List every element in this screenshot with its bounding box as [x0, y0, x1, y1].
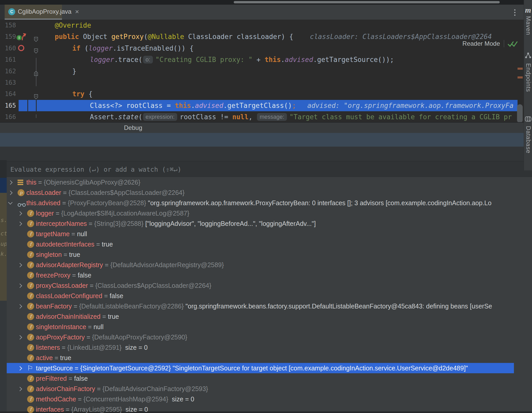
variable-text: targetName = null [36, 229, 87, 239]
equals-separator: = [88, 282, 96, 289]
variable-row[interactable]: this = {ObjenesisCglibAopProxy@2626} [0, 177, 532, 187]
field-icon: f [27, 210, 34, 217]
tab-debug[interactable]: Debug [124, 124, 142, 131]
variable-text: this.advised = {ProxyFactoryBean@2528} "… [26, 198, 491, 208]
close-icon[interactable]: × [75, 8, 79, 15]
variable-row[interactable]: fmethodCache = {ConcurrentHashMap@2594} … [0, 394, 532, 404]
variable-text: listeners = {LinkedList@2591} size = 0 [36, 342, 148, 353]
ide-window: C CglibAopProxy.java × 158@Override159pu… [0, 0, 532, 413]
variable-row[interactable]: fclassLoaderConfigured = false [0, 291, 532, 301]
variable-reference: {LogAdapter$Slf4jLocationAwareLog@2587} [61, 210, 189, 217]
variable-row[interactable]: fadvisorChainInitialized = true [0, 311, 532, 322]
code-line[interactable]: 163 [0, 77, 524, 88]
fold-marker-icon[interactable] [34, 34, 38, 39]
variable-text: active = true [36, 353, 71, 363]
code-line[interactable]: 161logger.trace(o:"Creating CGLIB proxy:… [0, 54, 524, 65]
variable-reference: {ProxyFactoryBean@2528} [68, 199, 146, 206]
variable-text: targetSource = {SingletonTargetSource@25… [36, 363, 468, 373]
variable-row[interactable]: factive = true [0, 353, 532, 363]
breakpoint-icon[interactable] [18, 45, 24, 51]
variable-row[interactable]: fbeanFactory = {DefaultListableBeanFacto… [0, 301, 532, 311]
editor-tab[interactable]: C CglibAopProxy.java × [5, 5, 62, 19]
variable-row[interactable]: faopProxyFactory = {DefaultAopProxyFacto… [0, 332, 532, 342]
variable-text: interceptorNames = {String[3]@2588} ["lo… [36, 218, 316, 229]
parameter-hint-chip: message: [257, 113, 287, 121]
variable-name: advisorChainFactory [36, 385, 95, 392]
chevron-right-icon[interactable] [18, 387, 22, 391]
variable-reference: {DefaultAdvisorAdapterRegistry@2589} [110, 261, 224, 268]
field-icon: f [27, 396, 34, 403]
evaluate-expression-input[interactable]: Evaluate expression (↵) or add a watch (… [7, 161, 532, 178]
code-line[interactable]: 164try { [0, 88, 524, 100]
variable-row[interactable]: fpreFiltered = false [0, 373, 532, 384]
chevron-right-icon[interactable] [18, 263, 22, 267]
field-icon: f [27, 313, 34, 320]
code-line[interactable]: 165Class<?> rootClass = this.advised.get… [0, 100, 524, 111]
variable-row[interactable]: flisteners = {LinkedList@2591} size = 0 [0, 342, 532, 353]
field-icon: f [27, 375, 34, 382]
variable-row[interactable]: ffreezeProxy = false [0, 270, 532, 280]
variable-reference: {ClassLoaders$AppClassLoader@2264} [68, 189, 184, 196]
inspections-ok-icon[interactable] [507, 40, 519, 48]
variable-row[interactable]: finterceptorNames = {String[3]@2588} ["l… [0, 218, 532, 229]
sidebar-item-maven[interactable]: Maven [525, 16, 532, 35]
code-token: . [281, 56, 285, 63]
code-text: if (logger.isTraceEnabled()) { [72, 43, 194, 54]
chevron-down-icon[interactable] [8, 200, 13, 205]
chevron-right-icon[interactable] [18, 304, 22, 309]
variable-name: targetSource [36, 364, 73, 372]
chevron-right-icon[interactable] [18, 284, 22, 288]
field-icon: f [27, 231, 34, 237]
variable-row[interactable]: fadvisorChainFactory = {DefaultAdvisorCh… [0, 384, 532, 394]
variables-tree[interactable]: this = {ObjenesisCglibAopProxy@2626}pcla… [0, 177, 532, 413]
kebab-menu-icon[interactable] [511, 7, 518, 18]
variable-reference: {DefaultListableBeanFactory@2286} [79, 303, 184, 310]
fold-marker-icon[interactable] [34, 91, 38, 97]
variable-row[interactable]: fadvisorAdapterRegistry = {DefaultAdviso… [0, 260, 532, 270]
variable-value: null [93, 323, 104, 330]
variable-row[interactable]: flogger = {LogAdapter$Slf4jLocationAware… [0, 208, 532, 218]
variable-value: false [74, 375, 88, 382]
variable-row[interactable]: this.advised = {ProxyFactoryBean@2528} "… [0, 198, 532, 208]
variable-row[interactable]: fsingletonInstance = null [0, 322, 532, 332]
variable-row[interactable]: ftargetName = null [0, 229, 532, 239]
chevron-right-icon[interactable] [8, 191, 13, 195]
code-line[interactable]: 158@Override [0, 20, 524, 31]
variable-name: preFiltered [36, 375, 67, 382]
variable-reference: {ConcurrentHashMap@2594} [83, 395, 168, 403]
tab-title: CglibAopProxy.java [18, 8, 72, 15]
variable-name: this.advised [26, 199, 60, 206]
equals-separator: = [95, 241, 102, 248]
code-line[interactable]: 162} [0, 66, 524, 77]
variable-row[interactable]: fproxyClassLoader = {ClassLoaders$AppCla… [0, 280, 532, 291]
variable-row[interactable]: fsingleton = true [0, 249, 532, 260]
variable-value: true [108, 313, 119, 320]
chevron-right-icon[interactable] [18, 366, 22, 371]
horizontal-scrollbar-thumb[interactable] [234, 1, 500, 3]
sidebar-item-database[interactable]: Database [525, 126, 532, 153]
code-line[interactable]: 159public Object getProxy(@Nullable Clas… [0, 31, 524, 42]
variable-name: classLoaderConfigured [36, 292, 102, 299]
chevron-right-icon[interactable] [8, 180, 13, 185]
field-icon: f [27, 334, 34, 341]
equals-separator: = [67, 375, 74, 382]
line-number: 158 [0, 20, 16, 31]
fold-marker-icon[interactable] [34, 46, 38, 51]
background-window-strip [0, 301, 7, 413]
fold-marker-icon[interactable] [34, 68, 38, 74]
code-token: .getTargetClass() [223, 102, 292, 109]
code-token: this [175, 102, 191, 109]
variable-row[interactable]: pclassLoader = {ClassLoaders$AppClassLoa… [0, 187, 532, 198]
code-text: Class<?> rootClass = this.advised.getTar… [90, 100, 296, 111]
variable-row[interactable]: fautodetectInterfaces = true [0, 239, 532, 249]
sidebar-item-endpoints[interactable]: Endpoints [525, 63, 532, 92]
background-window-strip [0, 178, 7, 193]
editor-scrollbar-thumb[interactable] [517, 104, 523, 122]
chevron-right-icon[interactable] [18, 335, 22, 340]
code-line[interactable]: 166Assert.state(expression:rootClass != … [0, 111, 524, 122]
chevron-right-icon[interactable] [18, 222, 22, 226]
code-editor[interactable]: 158@Override159public Object getProxy(@N… [0, 20, 524, 122]
variable-row[interactable]: ⚐targetSource = {SingletonTargetSource@2… [0, 363, 532, 373]
field-icon: f [27, 261, 34, 268]
chevron-right-icon[interactable] [18, 211, 22, 216]
